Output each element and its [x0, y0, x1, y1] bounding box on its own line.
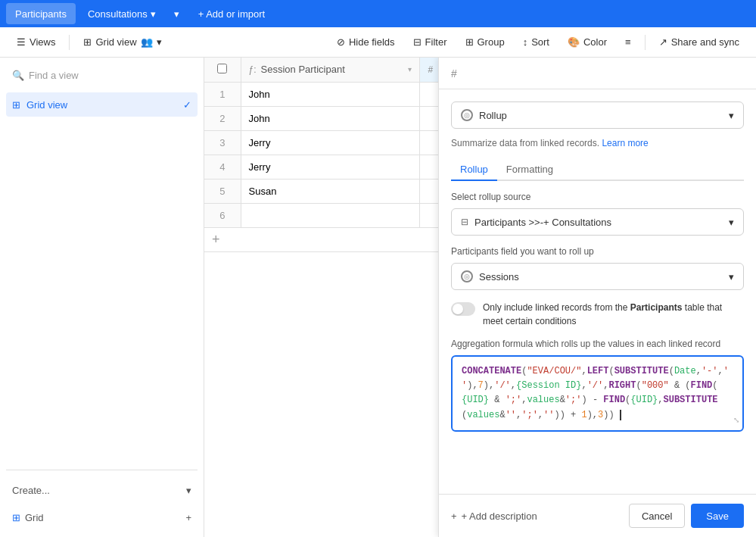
- color-button[interactable]: 🎨 Color: [560, 32, 614, 53]
- add-import-button[interactable]: + Add or import: [189, 3, 275, 24]
- conditions-toggle[interactable]: [451, 302, 475, 316]
- chevron-down-icon: ▾: [729, 110, 734, 121]
- row-num-header: [204, 58, 241, 82]
- link-icon2: ⊟: [461, 217, 468, 227]
- cell-session-participant[interactable]: [241, 203, 420, 227]
- filter-button[interactable]: ⊟ Filter: [406, 32, 455, 53]
- participants-field-label: Participants field you want to roll up: [451, 246, 744, 257]
- grid-area: ƒ: Session Participant ▾ # Session # ▾: [204, 58, 756, 537]
- search-icon: 🔍: [12, 70, 24, 81]
- group-icon: ⊞: [465, 36, 474, 48]
- learn-more-link[interactable]: Learn more: [602, 138, 648, 148]
- grid-view-icon: ⊞: [12, 99, 20, 111]
- toolbar-divider-2: [645, 35, 646, 50]
- nav-more-chevron[interactable]: ▾: [168, 5, 186, 23]
- sort-icon: ↕: [523, 36, 528, 48]
- chevron-down-icon3: ▾: [729, 271, 734, 283]
- toolbar-divider-1: [69, 35, 70, 50]
- plus-icon2: +: [451, 510, 457, 522]
- cell-session-participant[interactable]: Jerry: [241, 130, 420, 155]
- formula-box[interactable]: CONCATENATE("EVA/COU/",LEFT(SUBSTITUTE(D…: [451, 355, 744, 432]
- formula-label: Aggregation formula which rolls up the v…: [451, 339, 744, 349]
- sidebar-item-grid-view[interactable]: ⊞ Grid view ✓: [6, 92, 198, 117]
- group-button[interactable]: ⊞ Group: [458, 32, 512, 53]
- color-icon: 🎨: [568, 36, 580, 48]
- rollup-source-label: Select rollup source: [451, 192, 744, 202]
- fn-icon: ƒ:: [249, 64, 257, 75]
- expand-icon[interactable]: ▾: [408, 65, 412, 73]
- row-height-icon: ≡: [625, 36, 631, 48]
- grid-add-row[interactable]: ⊞ Grid +: [6, 504, 198, 531]
- cell-session-participant[interactable]: Susan: [241, 179, 420, 203]
- sort-button[interactable]: ↕ Sort: [515, 32, 557, 53]
- cell-session-participant[interactable]: John: [241, 82, 420, 106]
- people-icon: 👥: [141, 36, 153, 48]
- chevron-down-icon: ▾: [151, 8, 156, 20]
- field-type-dropdown[interactable]: ◎ Rollup ▾: [451, 101, 744, 129]
- share-icon: ↗: [659, 36, 667, 48]
- column-header-session-participant[interactable]: ƒ: Session Participant ▾: [241, 58, 420, 82]
- share-sync-button[interactable]: ↗ Share and sync: [652, 32, 747, 53]
- tab-participants[interactable]: Participants: [6, 3, 76, 24]
- tabs-row: Rollup Formatting: [451, 159, 744, 181]
- chevron-down-icon2: ▾: [729, 217, 734, 228]
- chevron-down-icon[interactable]: ▾: [157, 36, 162, 48]
- rollup-icon: ◎: [461, 109, 473, 121]
- row-number: 5: [204, 179, 241, 203]
- views-button[interactable]: ☰ Views: [9, 32, 63, 53]
- resize-handle[interactable]: ⤡: [733, 415, 739, 427]
- popup-description: Summarize data from linked records. Lear…: [451, 138, 744, 148]
- create-section[interactable]: Create... ▾: [6, 476, 198, 504]
- toggle-row: Only include linked records from the Par…: [451, 301, 744, 328]
- checkmark-icon: ✓: [183, 99, 191, 111]
- tab-consultations[interactable]: Consultations ▾: [79, 3, 165, 24]
- cell-session-participant[interactable]: Jerry: [241, 155, 420, 179]
- cell-session-participant[interactable]: John: [241, 106, 420, 130]
- toolbar: ☰ Views ⊞ Grid view 👥 ▾ ⊘ Hide fields ⊟ …: [0, 27, 756, 58]
- chevron-down-icon: ▾: [186, 485, 191, 496]
- row-number: 3: [204, 130, 241, 155]
- save-button[interactable]: Save: [691, 504, 744, 528]
- main-layout: 🔍 Find a view ⊞ Grid view ✓ Create... ▾ …: [0, 58, 756, 537]
- row-height-button[interactable]: ≡: [618, 32, 639, 53]
- sidebar-bottom: Create... ▾ ⊞ Grid +: [6, 470, 198, 531]
- rollup-source-dropdown[interactable]: ⊟ Participants >>-+ Consultations ▾: [451, 208, 744, 236]
- add-grid-icon[interactable]: +: [185, 512, 191, 523]
- field-type-section: ◎ Rollup ▾ Summarize data from linked re…: [451, 101, 744, 432]
- row-number: 4: [204, 155, 241, 179]
- tab-formatting[interactable]: Formatting: [497, 159, 562, 181]
- sidebar: 🔍 Find a view ⊞ Grid view ✓ Create... ▾ …: [0, 58, 204, 537]
- grid-icon: ⊞: [83, 36, 92, 48]
- cancel-button[interactable]: Cancel: [629, 504, 685, 528]
- grid-view-button[interactable]: ⊞ Grid view 👥 ▾: [76, 32, 169, 53]
- filter-icon: ⊟: [413, 36, 422, 48]
- row-number: 2: [204, 106, 241, 130]
- select-all-checkbox[interactable]: [217, 64, 227, 73]
- plus-icon: +: [212, 232, 220, 248]
- hash-icon-header: #: [451, 67, 457, 80]
- toggle-label: Only include linked records from the Par…: [483, 301, 744, 328]
- grid-bottom-icon: ⊞: [12, 512, 20, 523]
- popup-header: # Session #: [439, 58, 756, 89]
- field-editor-popup: # Session # ◎ Rollup ▾ Summarize data fr…: [438, 58, 756, 537]
- popup-body: ◎ Rollup ▾ Summarize data from linked re…: [439, 89, 756, 494]
- views-icon: ☰: [17, 36, 26, 48]
- rollup-icon2: ◎: [461, 270, 473, 283]
- top-nav: Participants Consultations ▾ ▾ + Add or …: [0, 0, 756, 27]
- row-number: 6: [204, 203, 241, 227]
- eye-icon: ⊘: [337, 36, 345, 48]
- add-description-button[interactable]: + + Add description: [451, 510, 623, 522]
- row-number: 1: [204, 82, 241, 106]
- tab-rollup[interactable]: Rollup: [451, 159, 497, 181]
- participants-field-dropdown[interactable]: ◎ Sessions ▾: [451, 263, 744, 290]
- field-name-input[interactable]: Session #: [463, 67, 744, 80]
- find-view-search[interactable]: 🔍 Find a view: [6, 64, 198, 86]
- popup-footer: + + Add description Cancel Save: [439, 494, 756, 537]
- hash-icon: #: [428, 64, 433, 75]
- hide-fields-button[interactable]: ⊘ Hide fields: [329, 32, 403, 53]
